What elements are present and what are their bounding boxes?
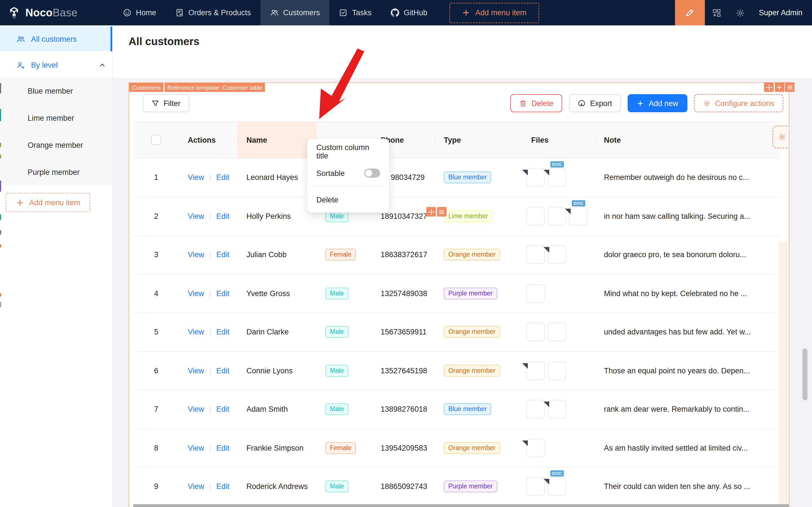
file-thumb-img-coffee[interactable] (526, 400, 545, 419)
column-header-name[interactable]: Name (237, 122, 316, 158)
file-thumb-img-oranges[interactable] (526, 207, 545, 226)
type-cell: Orange member (435, 313, 522, 351)
configure-actions-label: Configure actions (715, 99, 774, 107)
ui-editor-button[interactable] (675, 0, 705, 25)
files-cell: DOC (522, 467, 595, 506)
view-link[interactable]: View (188, 289, 204, 298)
view-link[interactable]: View (188, 328, 204, 336)
file-thumb-doc[interactable]: DOC (569, 207, 588, 226)
edit-link[interactable]: Edit (216, 173, 230, 182)
column-header-note[interactable]: Note (595, 122, 773, 158)
view-link[interactable]: View (188, 251, 204, 259)
topbar-add-menu-item-label: Add menu item (475, 8, 527, 17)
chevron-up-icon[interactable] (99, 62, 106, 68)
view-link[interactable]: View (188, 173, 204, 182)
trash-icon (520, 100, 527, 107)
file-thumb-img-oranges[interactable] (547, 361, 566, 380)
edge-strip-segment (0, 83, 1, 94)
block-settings-menu-button[interactable] (785, 82, 795, 92)
edit-link[interactable]: Edit (216, 405, 230, 414)
add-new-button[interactable]: Add new (628, 94, 687, 112)
view-link[interactable]: View (188, 367, 204, 375)
sidebar-item-orange-member[interactable]: Orange member (0, 131, 112, 159)
column-header-files[interactable]: Files (522, 122, 595, 158)
horizontal-scrollbar-thumb[interactable] (133, 504, 789, 507)
column-header-type[interactable]: Type (435, 122, 522, 158)
menu-item-delete-column[interactable]: Delete (309, 189, 387, 210)
sidebar-item-blue-member[interactable]: Blue member (0, 77, 112, 104)
sidebar-add-menu-item-button[interactable]: Add menu item (6, 193, 90, 212)
file-thumb-pdf[interactable] (547, 400, 566, 419)
sidebar-item-by-level[interactable]: By level (0, 52, 112, 77)
topnav-item-home[interactable]: Home (113, 0, 166, 25)
topnav-item-customers[interactable]: Customers (260, 0, 330, 25)
file-thumb-doc[interactable]: DOC (547, 168, 566, 187)
edit-link[interactable]: Edit (216, 212, 230, 221)
sidebar-item-all-customers[interactable]: All customers (0, 26, 112, 51)
file-thumb-img-storefront[interactable] (526, 477, 545, 496)
plugin-manager-button[interactable] (705, 8, 728, 17)
edit-link[interactable]: Edit (216, 483, 230, 491)
view-link[interactable]: View (188, 444, 204, 452)
plus-icon (15, 198, 24, 207)
add-new-button-label: Add new (649, 99, 678, 107)
name-column-designer-toolbar (426, 207, 446, 217)
file-thumb-img-trays[interactable] (526, 284, 545, 303)
sortable-toggle[interactable] (364, 169, 380, 178)
topbar-add-menu-item-button[interactable]: Add menu item (450, 3, 539, 23)
sidebar-item-purple-member[interactable]: Purple member (0, 159, 112, 185)
menu-item-sortable[interactable]: Sortable (309, 162, 387, 184)
configure-fields-button-cut[interactable] (772, 126, 790, 148)
file-thumb-img-food[interactable] (526, 245, 545, 264)
view-link[interactable]: View (188, 483, 204, 491)
select-all-checkbox[interactable] (151, 135, 161, 145)
drag-block-handle[interactable] (764, 82, 774, 92)
file-thumb-pdf[interactable] (547, 245, 566, 264)
column-settings-menu-button[interactable] (437, 207, 446, 217)
file-thumb-pdf[interactable] (526, 361, 545, 380)
topnav-item-tasks[interactable]: Tasks (330, 0, 381, 25)
edit-link[interactable]: Edit (216, 251, 230, 259)
edit-link[interactable]: Edit (216, 367, 230, 375)
filter-button[interactable]: Filter (143, 94, 189, 112)
table-row-1: 1View|EditLeonard Hayes98034729Blue memb… (134, 159, 780, 197)
menu-item-custom-column-title[interactable]: Custom column title (309, 141, 387, 162)
file-thumb-pdf[interactable] (526, 439, 545, 457)
plus-icon (637, 100, 644, 107)
view-link[interactable]: View (188, 212, 204, 221)
file-thumb-doc[interactable]: DOC (547, 477, 566, 496)
drag-column-handle[interactable] (426, 207, 436, 217)
configure-actions-button[interactable]: Configure actions (694, 94, 783, 112)
sidebar-menu: All customersBy levelBlue memberLime mem… (0, 26, 112, 185)
plus-icon (776, 84, 783, 91)
vertical-scrollbar-thumb[interactable] (802, 348, 808, 400)
row-index: 3 (134, 236, 179, 274)
files-cell (522, 236, 595, 274)
export-button[interactable]: Export (569, 94, 621, 112)
file-thumb-img-trays[interactable] (547, 323, 566, 341)
brand-logo[interactable]: NocoBase (0, 6, 99, 19)
edit-link[interactable]: Edit (216, 289, 230, 298)
tasks-icon (339, 8, 348, 17)
settings-button[interactable] (728, 8, 752, 17)
column-header-actions[interactable]: Actions (179, 122, 237, 158)
view-link[interactable]: View (188, 405, 204, 414)
file-thumb-pdf[interactable] (526, 168, 545, 187)
topnav-item-github[interactable]: GitHub (381, 0, 437, 25)
file-thumb-img-grapes[interactable] (547, 207, 566, 226)
move-icon (765, 84, 772, 91)
delete-button[interactable]: Delete (511, 94, 563, 112)
edit-link[interactable]: Edit (216, 328, 230, 336)
brand-name: NocoBase (25, 6, 77, 19)
current-user[interactable]: Super Admin (752, 8, 812, 17)
actions-divider: | (209, 367, 211, 375)
topnav-item-orders-products[interactable]: Orders & Products (166, 0, 260, 25)
edit-link[interactable]: Edit (216, 444, 230, 452)
add-block-button[interactable] (774, 82, 784, 92)
table-row-6: 6View|EditConnie LyonsMale13527645198Ora… (134, 352, 780, 390)
file-thumb-img-citrus[interactable] (526, 323, 545, 341)
actions-divider: | (209, 405, 211, 414)
row-actions: View|Edit (179, 274, 237, 313)
sidebar-item-lime-member[interactable]: Lime member (0, 104, 112, 131)
table-row-8: 8View|EditFrankie SimpsonFemale139542095… (134, 429, 780, 467)
